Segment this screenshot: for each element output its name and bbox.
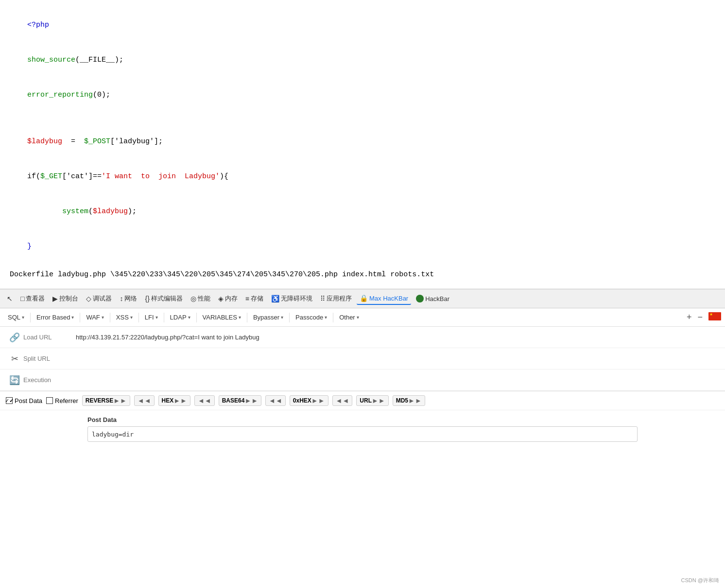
- sep-3: [110, 313, 110, 322]
- sep-4: [138, 313, 139, 322]
- base64-label: BASE64: [222, 397, 245, 404]
- sql-button[interactable]: SQL ▾: [4, 312, 28, 323]
- devtools-style-editor[interactable]: {} 样式编辑器: [142, 292, 185, 305]
- waf-button[interactable]: WAF ▾: [82, 312, 107, 323]
- hackbar-label: HackBar: [425, 295, 449, 302]
- code-line-5: $ladybug = $_POST['ladybug'];: [10, 124, 715, 159]
- plus-minus-controls: + −: [685, 311, 705, 323]
- url-input[interactable]: [76, 334, 715, 341]
- code-line-2: show_source(__FILE__);: [10, 43, 715, 78]
- split-url-label: Split URL: [23, 355, 72, 362]
- ldap-button[interactable]: LDAP ▾: [166, 312, 194, 323]
- ldap-label: LDAP: [170, 314, 187, 321]
- csdn-watermark: CSDN @许和琦: [681, 577, 719, 584]
- sql-label: SQL: [8, 314, 20, 321]
- passcode-button[interactable]: Passcode ▾: [292, 312, 331, 323]
- url-encode-button[interactable]: URL ►►: [356, 395, 388, 406]
- execution-label: Execution: [23, 376, 72, 384]
- split-url-icon: ✂: [6, 353, 23, 364]
- post-data-toggle[interactable]: ✓ Post Data: [6, 397, 42, 404]
- code-line-3: error_reporting(0);: [10, 78, 715, 113]
- code-display: <?php show_source(__FILE__); error_repor…: [0, 0, 725, 289]
- hex-left-button[interactable]: ◄◄: [134, 395, 155, 406]
- devtools-accessibility[interactable]: ♿ 无障碍环境: [268, 292, 315, 305]
- 0xhex-encode-button[interactable]: 0xHEX ►►: [290, 395, 328, 406]
- devtools-network[interactable]: ↕ 网络: [117, 292, 140, 305]
- load-url-label: Load URL: [23, 334, 72, 341]
- waf-arrow: ▾: [102, 315, 104, 320]
- md5-label: MD5: [396, 397, 408, 404]
- referrer-checkbox[interactable]: [46, 397, 53, 404]
- sep-9: [333, 313, 333, 322]
- devtools-inspector[interactable]: □ 查看器: [17, 292, 48, 305]
- bypasser-button[interactable]: Bypasser ▾: [249, 312, 287, 323]
- devtools-debugger[interactable]: ◇ 调试器: [83, 292, 115, 305]
- other-label: Other: [339, 314, 355, 321]
- url-left-arrows: ◄◄: [336, 397, 349, 404]
- sep-5: [164, 313, 164, 322]
- base64-arrows: ►►: [244, 397, 258, 404]
- reverse-encode-button[interactable]: REVERSE ►►: [82, 395, 130, 406]
- base64-encode-button[interactable]: BASE64 ►►: [219, 395, 261, 406]
- lfi-button[interactable]: LFI ▾: [141, 312, 162, 323]
- devtools-maxhackbar[interactable]: 🔒 Max HacKBar: [357, 292, 411, 305]
- xss-button[interactable]: XSS ▾: [112, 312, 137, 323]
- application-label: 应用程序: [327, 294, 352, 303]
- md5-encode-button[interactable]: MD5 ►►: [393, 395, 425, 406]
- minus-button[interactable]: −: [695, 311, 705, 323]
- hackbar-toolbar: SQL ▾ Error Based ▾ WAF ▾ XSS ▾ LFI ▾ LD…: [0, 308, 725, 327]
- devtools-memory[interactable]: ◈ 内存: [215, 292, 241, 305]
- passcode-label: Passcode: [295, 314, 323, 321]
- devtools-storage[interactable]: ≡ 存储: [242, 292, 266, 305]
- hackbar-content: 🔗 Load URL ✂ Split URL 🔄 Execution: [0, 327, 725, 391]
- style-editor-label: 样式编辑器: [151, 294, 183, 303]
- sep-8: [289, 313, 290, 322]
- devtools-cursor[interactable]: ↖: [4, 293, 16, 304]
- code-line-8: }: [10, 229, 715, 264]
- reverse-arrows: ►►: [113, 397, 127, 404]
- url-left-button[interactable]: ◄◄: [332, 395, 353, 406]
- variables-button[interactable]: VARIABLES ▾: [199, 312, 245, 323]
- maxhackbar-icon: 🔒: [360, 294, 368, 302]
- reverse-label: REVERSE: [86, 397, 113, 404]
- post-data-input[interactable]: [87, 426, 638, 442]
- sql-arrow: ▾: [22, 315, 24, 320]
- network-icon: ↕: [120, 295, 123, 302]
- referrer-toggle[interactable]: Referrer: [46, 397, 78, 404]
- application-icon: ⠿: [320, 295, 325, 302]
- error-based-button[interactable]: Error Based ▾: [33, 312, 78, 323]
- waf-label: WAF: [86, 314, 100, 321]
- devtools-application[interactable]: ⠿ 应用程序: [317, 292, 355, 305]
- devtools-hackbar[interactable]: HackBar: [413, 293, 452, 304]
- plus-button[interactable]: +: [685, 311, 694, 323]
- url-label: URL: [360, 397, 372, 404]
- other-button[interactable]: Other ▾: [335, 312, 363, 323]
- post-data-checkbox[interactable]: ✓: [6, 397, 13, 404]
- referrer-toggle-label: Referrer: [55, 397, 78, 404]
- 0xhex-left-arrows: ◄◄: [269, 397, 282, 404]
- hex-arrows: ►►: [173, 397, 187, 404]
- lfi-label: LFI: [145, 314, 154, 321]
- 0xhex-label: 0xHEX: [293, 397, 311, 404]
- load-url-row: 🔗 Load URL: [0, 327, 725, 348]
- bottom-bar: ✓ Post Data Referrer REVERSE ►► ◄◄ HEX ►…: [0, 391, 725, 410]
- base64-left-arrows: ◄◄: [198, 397, 211, 404]
- 0xhex-left-button[interactable]: ◄◄: [265, 395, 286, 406]
- hex-encode-button[interactable]: HEX ►►: [158, 395, 190, 406]
- execution-content: [72, 378, 719, 382]
- sep-2: [80, 313, 80, 322]
- devtools-bar: ↖ □ 查看器 ▶ 控制台 ◇ 调试器 ↕ 网络 {} 样式编辑器 ◎ 性能 ◈…: [0, 289, 725, 308]
- devtools-performance[interactable]: ◎ 性能: [188, 292, 213, 305]
- sep-7: [247, 313, 247, 322]
- devtools-console[interactable]: ▶ 控制台: [50, 292, 81, 305]
- inspector-icon: □: [20, 295, 24, 302]
- console-icon: ▶: [52, 295, 58, 302]
- xss-arrow: ▾: [130, 315, 133, 320]
- inspector-label: 查看器: [26, 294, 45, 303]
- load-url-content[interactable]: [72, 332, 719, 343]
- error-based-label: Error Based: [36, 314, 70, 321]
- xss-label: XSS: [116, 314, 129, 321]
- md5-arrows: ►►: [408, 397, 422, 404]
- code-line-6: if($_GET['cat']=='I want to join Ladybug…: [10, 159, 715, 194]
- base64-left-button[interactable]: ◄◄: [194, 395, 215, 406]
